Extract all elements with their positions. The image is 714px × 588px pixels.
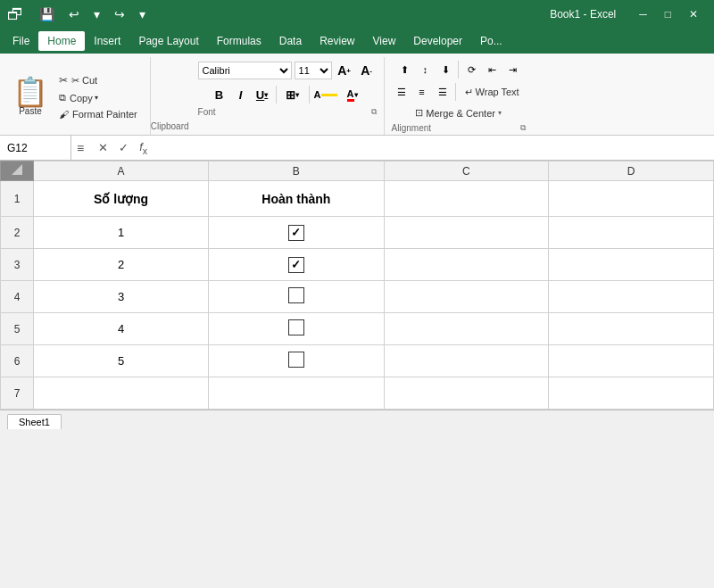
font-name-select[interactable]: Calibri Arial Times New Roman	[198, 62, 292, 79]
cell-d1[interactable]	[549, 181, 714, 217]
align-center-button[interactable]: ≡	[412, 84, 432, 100]
format-painter-button[interactable]: 🖌 Format Painter	[55, 107, 141, 121]
checkbox-b4[interactable]	[288, 287, 304, 303]
cell-c2[interactable]	[384, 217, 549, 249]
cut-button[interactable]: ✂ ✂ Cut	[55, 72, 141, 88]
font-color-button[interactable]: A ▾	[340, 85, 365, 104]
name-box[interactable]: G12	[0, 136, 71, 160]
menu-home[interactable]: Home	[38, 31, 85, 51]
row-header-6[interactable]: 6	[1, 345, 34, 377]
menu-insert[interactable]: Insert	[85, 31, 129, 51]
row-header-5[interactable]: 5	[1, 313, 34, 345]
cell-d2[interactable]	[549, 217, 714, 249]
checkbox-b5[interactable]	[288, 319, 304, 335]
checkbox-b3[interactable]	[288, 257, 304, 273]
cell-d4[interactable]	[549, 281, 714, 313]
align-top-button[interactable]: ⬆	[394, 62, 414, 78]
sheet-tabs: Sheet1	[0, 410, 714, 429]
col-header-a[interactable]: A	[33, 161, 208, 181]
undo-dropdown[interactable]: ▾	[88, 5, 105, 23]
menu-formulas[interactable]: Formulas	[208, 31, 270, 51]
cell-b2[interactable]	[209, 217, 384, 249]
paste-label: Paste	[19, 106, 42, 116]
cell-b5[interactable]	[209, 313, 384, 345]
undo-button[interactable]: ↩	[63, 5, 85, 23]
align-middle-button[interactable]: ↕	[415, 62, 435, 78]
decrease-font-size-button[interactable]: A-	[357, 61, 377, 80]
cell-a6[interactable]: 5	[33, 345, 208, 377]
formula-input[interactable]	[156, 136, 714, 160]
alignment-group-expand[interactable]: ⧉	[520, 123, 526, 133]
cell-a1[interactable]: Số lượng	[33, 181, 208, 217]
align-bottom-button[interactable]: ⬇	[436, 62, 455, 78]
insert-function-button[interactable]: fx	[136, 138, 151, 158]
cell-a5[interactable]: 4	[33, 313, 208, 345]
checkbox-b2[interactable]	[288, 225, 304, 241]
col-header-b[interactable]: B	[209, 161, 384, 181]
close-button[interactable]: ✕	[680, 6, 707, 22]
cell-b6[interactable]	[209, 345, 384, 377]
cell-b3[interactable]	[209, 249, 384, 281]
excel-icon: 🗗	[7, 5, 23, 24]
cancel-formula-button[interactable]: ✕	[95, 139, 112, 156]
font-size-select[interactable]: 11 10 12 14	[295, 62, 332, 79]
italic-button[interactable]: I	[231, 85, 251, 104]
indent-increase-button[interactable]: ⇥	[502, 62, 522, 78]
cell-b4[interactable]	[209, 281, 384, 313]
col-header-d[interactable]: D	[549, 161, 714, 181]
cell-c4[interactable]	[384, 281, 549, 313]
cell-c1[interactable]	[384, 181, 549, 217]
row-header-2[interactable]: 2	[1, 217, 34, 249]
cell-a7[interactable]	[33, 377, 208, 410]
expand-formula-button[interactable]: ≡	[71, 141, 89, 155]
menu-file[interactable]: File	[4, 31, 38, 51]
cell-d7[interactable]	[549, 377, 714, 410]
menu-more[interactable]: Po...	[471, 31, 511, 51]
cell-c7[interactable]	[384, 377, 549, 410]
borders-button[interactable]: ⊞▾	[280, 85, 305, 104]
customize-button[interactable]: ▾	[134, 5, 151, 23]
menu-developer[interactable]: Developer	[404, 31, 471, 51]
align-right-button[interactable]: ☰	[433, 84, 452, 100]
text-angle-button[interactable]: ⟳	[461, 62, 481, 78]
minimize-button[interactable]: ─	[630, 6, 656, 22]
save-button[interactable]: 💾	[34, 5, 60, 23]
maximize-button[interactable]: □	[656, 6, 680, 22]
bold-button[interactable]: B	[210, 85, 229, 104]
merge-center-button[interactable]: ⊡ Merge & Center ▾	[409, 105, 508, 120]
formula-function-buttons: ✕ ✓ fx	[89, 138, 156, 158]
cell-c3[interactable]	[384, 249, 549, 281]
wrap-text-button[interactable]: ↵ Wrap Text	[459, 85, 526, 100]
menu-page-layout[interactable]: Page Layout	[129, 31, 207, 51]
indent-decrease-button[interactable]: ⇤	[482, 62, 502, 78]
increase-font-size-button[interactable]: A+	[335, 61, 354, 80]
menu-data[interactable]: Data	[270, 31, 311, 51]
align-left-button[interactable]: ☰	[392, 84, 411, 100]
cell-d6[interactable]	[549, 345, 714, 377]
fill-color-button[interactable]: A	[313, 85, 338, 104]
cell-c5[interactable]	[384, 313, 549, 345]
row-header-1[interactable]: 1	[1, 181, 34, 217]
row-header-7[interactable]: 7	[1, 377, 34, 410]
redo-button[interactable]: ↪	[109, 5, 130, 23]
row-header-4[interactable]: 4	[1, 281, 34, 313]
cell-c6[interactable]	[384, 345, 549, 377]
cell-b7[interactable]	[209, 377, 384, 410]
merge-center-label: Merge & Center	[426, 108, 495, 119]
cell-a2[interactable]: 1	[33, 217, 208, 249]
underline-button[interactable]: U ▾	[253, 85, 272, 104]
font-group-expand[interactable]: ⧉	[371, 107, 377, 117]
cell-a3[interactable]: 2	[33, 249, 208, 281]
row-header-3[interactable]: 3	[1, 249, 34, 281]
cell-b1[interactable]: Hoàn thành	[209, 181, 384, 217]
cell-a4[interactable]: 3	[33, 281, 208, 313]
cell-d5[interactable]	[549, 313, 714, 345]
menu-review[interactable]: Review	[311, 31, 363, 51]
copy-button[interactable]: ⧉ Copy ▾	[55, 90, 141, 105]
confirm-formula-button[interactable]: ✓	[115, 139, 132, 156]
checkbox-b6[interactable]	[288, 352, 304, 368]
sheet-tab-1[interactable]: Sheet1	[7, 414, 62, 429]
col-header-c[interactable]: C	[384, 161, 549, 181]
menu-view[interactable]: View	[364, 31, 405, 51]
cell-d3[interactable]	[549, 249, 714, 281]
